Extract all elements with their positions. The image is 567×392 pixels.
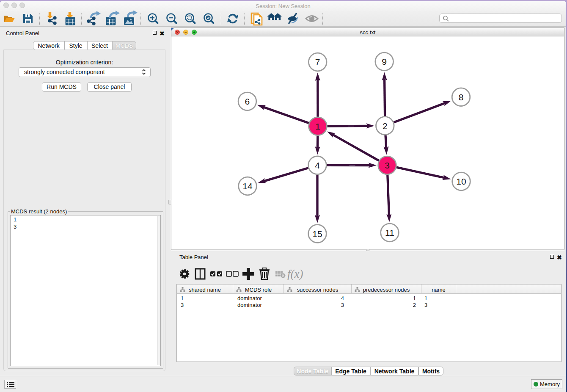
svg-text:f(x): f(x) (287, 268, 303, 280)
svg-text:15: 15 (312, 229, 322, 239)
svg-text:1: 1 (315, 121, 320, 131)
svg-text:8: 8 (459, 92, 464, 102)
svg-text:6: 6 (245, 97, 250, 106)
svg-text:14: 14 (242, 181, 253, 191)
svg-text:7: 7 (315, 57, 320, 67)
svg-text:2: 2 (383, 121, 388, 131)
svg-text:9: 9 (382, 57, 387, 66)
svg-text:4: 4 (315, 160, 320, 170)
svg-text:11: 11 (385, 228, 394, 237)
svg-text:10: 10 (456, 177, 466, 186)
svg-text:3: 3 (385, 160, 390, 170)
